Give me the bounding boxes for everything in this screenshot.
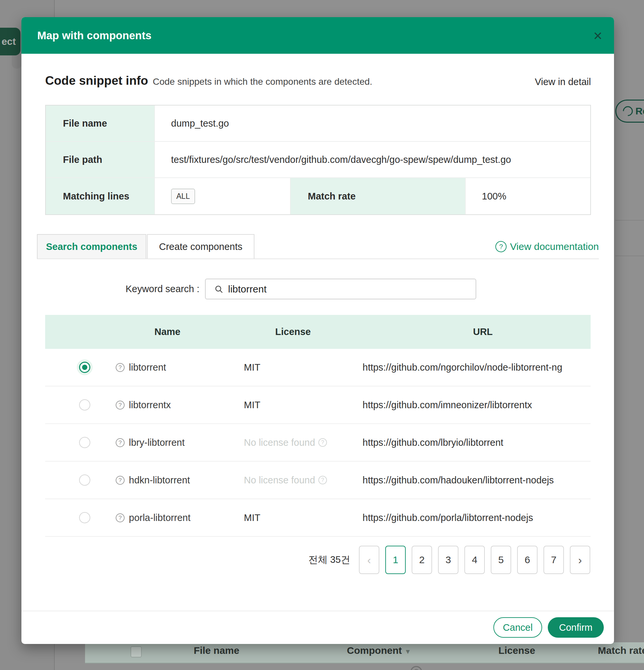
background-column-match-rate: Match rate bbox=[598, 645, 644, 656]
license-help-icon: ? bbox=[318, 476, 327, 484]
close-icon[interactable]: × bbox=[582, 17, 614, 54]
radio-dot bbox=[82, 365, 87, 370]
tab-search-components[interactable]: Search components bbox=[37, 234, 146, 259]
component-result-row[interactable]: ? hdkn-libtorrent No license found? http… bbox=[45, 461, 591, 499]
section-title: Code snippet info bbox=[45, 74, 148, 88]
footer-divider bbox=[22, 611, 614, 611]
tab-create-components[interactable]: Create components bbox=[147, 234, 255, 259]
background-checkbox bbox=[131, 646, 142, 657]
pagination-page-3[interactable]: 3 bbox=[438, 546, 458, 574]
radio-button[interactable] bbox=[79, 474, 90, 486]
match-rate-label: Match rate bbox=[291, 178, 466, 214]
component-license: No license found? bbox=[244, 424, 327, 461]
search-icon bbox=[214, 284, 223, 294]
background-row-line bbox=[615, 220, 644, 220]
sort-caret-icon: ▼ bbox=[405, 648, 411, 655]
dialog-title: Map with components bbox=[37, 17, 152, 54]
component-result-row[interactable]: ? porla-libtorrent MIT https://github.co… bbox=[45, 499, 591, 537]
pagination-page-1[interactable]: 1 bbox=[385, 546, 406, 574]
pagination: ‹1234567› bbox=[359, 546, 590, 575]
background-rescan-button: Re- bbox=[615, 99, 644, 123]
component-license: MIT bbox=[244, 349, 260, 386]
section-subtitle: Code snippets in which the components ar… bbox=[153, 77, 372, 87]
pagination-page-4[interactable]: 4 bbox=[464, 546, 485, 574]
component-help-icon: ? bbox=[116, 513, 125, 522]
component-name: porla-libtorrent bbox=[129, 499, 191, 536]
component-license: No license found? bbox=[244, 461, 327, 498]
confirm-button[interactable]: Confirm bbox=[548, 617, 604, 638]
component-help-icon: ? bbox=[116, 363, 125, 372]
pagination-page-7[interactable]: 7 bbox=[544, 546, 564, 574]
background-rescan-label: Re- bbox=[635, 106, 644, 117]
file-path-value: test/fixtures/go/src/test/vendor/github.… bbox=[155, 142, 590, 178]
column-name: Name bbox=[154, 315, 181, 349]
keyword-search-value: libtorrent bbox=[228, 284, 266, 295]
pagination-prev-button[interactable]: ‹ bbox=[359, 546, 379, 574]
code-snippet-info-table: File name dump_test.go File path test/fi… bbox=[45, 105, 591, 215]
component-result-row[interactable]: ? libtorrent MIT https://github.com/ngor… bbox=[45, 349, 591, 386]
component-license: MIT bbox=[244, 499, 260, 536]
component-help-icon: ? bbox=[116, 401, 125, 410]
view-documentation-label: View documentation bbox=[510, 241, 599, 252]
view-documentation-link[interactable]: ? View documentation bbox=[495, 236, 599, 257]
component-help-icon: ? bbox=[116, 476, 125, 485]
matching-lines-label: Matching lines bbox=[46, 178, 155, 214]
license-help-icon: ? bbox=[318, 438, 327, 447]
component-name: hdkn-libtorrent bbox=[129, 461, 190, 498]
background-column-license: License bbox=[498, 645, 535, 656]
component-url[interactable]: https://github.com/imneonizer/libtorrent… bbox=[362, 386, 532, 424]
background-column-file-name: File name bbox=[194, 645, 239, 656]
pagination-total: 전체 35건 bbox=[22, 546, 350, 574]
help-icon: ? bbox=[495, 241, 507, 252]
component-name: libtorrent bbox=[129, 349, 166, 386]
radio-button[interactable] bbox=[79, 399, 90, 411]
pagination-next-button[interactable]: › bbox=[570, 546, 590, 574]
component-url[interactable]: https://github.com/porla/libtorrent-node… bbox=[362, 499, 533, 536]
component-result-row[interactable]: ? lbry-libtorrent No license found? http… bbox=[45, 424, 591, 461]
component-license: MIT bbox=[244, 386, 260, 424]
pagination-page-2[interactable]: 2 bbox=[412, 546, 432, 574]
file-name-label: File name bbox=[46, 106, 155, 142]
match-rate-value: 100% bbox=[466, 178, 590, 214]
component-url[interactable]: https://github.com/lbryio/libtorrent bbox=[362, 424, 503, 461]
radio-button[interactable] bbox=[79, 437, 90, 448]
background-row-line bbox=[615, 256, 644, 256]
background-help-icon: ? bbox=[410, 666, 422, 670]
map-with-components-dialog: Map with components × Code snippet info … bbox=[22, 17, 614, 644]
code-snippet-info-header: Code snippet info Code snippets in which… bbox=[45, 74, 592, 92]
radio-button[interactable] bbox=[79, 512, 90, 523]
results-table-header: Name License URL bbox=[45, 315, 591, 349]
pagination-page-6[interactable]: 6 bbox=[517, 546, 537, 574]
column-url: URL bbox=[473, 315, 493, 349]
component-url[interactable]: https://github.com/hadouken/libtorrent-n… bbox=[362, 461, 554, 498]
file-path-label: File path bbox=[46, 142, 155, 178]
matching-lines-badge: ALL bbox=[171, 189, 195, 204]
component-result-row[interactable]: ? libtorrentx MIT https://github.com/imn… bbox=[45, 386, 591, 424]
component-url[interactable]: https://github.com/ngorchilov/node-libto… bbox=[362, 349, 562, 386]
radio-button[interactable] bbox=[79, 362, 90, 373]
pagination-page-5[interactable]: 5 bbox=[491, 546, 511, 574]
results-table-body: ? libtorrent MIT https://github.com/ngor… bbox=[45, 349, 591, 537]
view-in-detail-link[interactable]: View in detail bbox=[535, 77, 591, 88]
cancel-button[interactable]: Cancel bbox=[493, 617, 542, 638]
component-help-icon: ? bbox=[116, 438, 125, 447]
screen: ect Re- File name Component ▼ License Ma… bbox=[0, 0, 644, 670]
tab-divider bbox=[37, 258, 599, 259]
file-name-value: dump_test.go bbox=[155, 106, 590, 142]
refresh-icon bbox=[621, 104, 635, 118]
component-name: libtorrentx bbox=[129, 386, 171, 424]
background-column-component: Component ▼ bbox=[347, 645, 411, 656]
keyword-search-label: Keyword search : bbox=[22, 279, 200, 299]
background-project-button: ect bbox=[0, 28, 20, 55]
column-license: License bbox=[275, 315, 311, 349]
component-name: lbry-libtorrent bbox=[129, 424, 184, 461]
keyword-search-input[interactable]: libtorrent bbox=[205, 279, 476, 299]
matching-lines-value: ALL bbox=[155, 178, 291, 214]
